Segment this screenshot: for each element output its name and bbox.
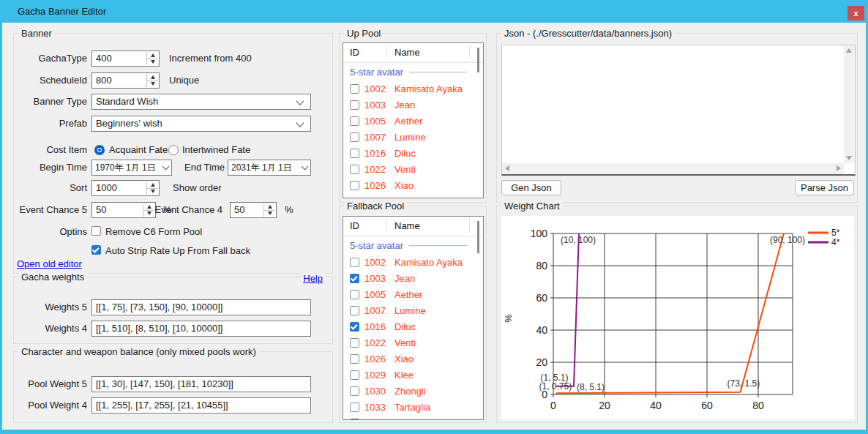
gacha-banner-editor-window: Gacha Banner Editor x Banner GachaType 4… [0, 0, 868, 434]
pool-row[interactable]: 1005Aether [343, 113, 483, 129]
row-checkbox[interactable] [350, 306, 359, 315]
pool-row[interactable]: 1016Diluc [343, 318, 483, 334]
row-checkbox[interactable] [350, 354, 359, 364]
pool-row[interactable]: 1003Jean [343, 97, 483, 113]
row-checkbox[interactable] [350, 165, 359, 174]
row-checkbox[interactable] [350, 132, 359, 142]
remove-c6-checkbox[interactable] [91, 226, 101, 236]
check-icon [351, 274, 358, 281]
end-time-picker[interactable]: 2031年 1月 1日 [228, 160, 311, 176]
row-checkbox[interactable] [350, 258, 359, 267]
event-chance-4-input[interactable]: 50 [230, 202, 277, 218]
section-label: 5-star avatar [350, 240, 403, 251]
auto-strip-checkbox[interactable] [91, 245, 101, 255]
gacha-type-value: 400 [96, 53, 112, 64]
row-name: Xiao [394, 180, 414, 191]
row-name: Zhongli [394, 386, 426, 397]
pool-row[interactable]: 1035Qiqi [343, 415, 483, 420]
json-vertical-scrollbar[interactable] [844, 45, 855, 163]
event-chance-4-unit: % [285, 204, 293, 215]
help-link[interactable]: Help [301, 273, 325, 284]
row-checkbox[interactable] [350, 290, 359, 299]
pool-row[interactable]: 1033Tartaglia [343, 399, 483, 415]
banner-type-select[interactable]: Standard Wish [91, 94, 311, 110]
row-checkbox[interactable] [350, 274, 359, 283]
event-chance-5-value: 50 [96, 204, 106, 215]
pool-row[interactable]: 1002Kamisato Ayaka [343, 254, 483, 270]
pool-row[interactable]: 1022Venti [343, 334, 483, 351]
json-textarea[interactable] [501, 45, 856, 176]
row-checkbox[interactable] [350, 370, 359, 380]
up-pool-group: Up Pool ID Name 5-star avatar 1002Kamisa… [339, 33, 487, 203]
intertwined-fate-radio[interactable] [168, 145, 179, 155]
row-checkbox[interactable] [350, 149, 359, 158]
up-pool-group-label: Up Pool [344, 28, 384, 39]
pool-weight-4-input[interactable]: [[1, 255], [17, 255], [21, 10455]] [91, 397, 311, 414]
check-icon [351, 322, 358, 329]
row-checkbox[interactable] [350, 338, 359, 348]
row-name: Venti [394, 164, 416, 175]
weight-chart: 020406080020406080100%(10, 100)(90, 100)… [501, 216, 854, 419]
close-button[interactable]: x [848, 6, 864, 20]
weights-4-input[interactable]: [[1, 510], [8, 510], [10, 10000]] [91, 321, 311, 337]
schedule-id-input[interactable]: 800 [91, 72, 160, 89]
pool-row[interactable]: 1007Lumine [343, 302, 483, 318]
section-line [409, 245, 467, 246]
column-separator [386, 218, 387, 233]
event-chance-4-stepper[interactable] [263, 203, 275, 217]
gen-json-button[interactable]: Gen Json [501, 180, 561, 195]
acquaint-fate-radio[interactable] [94, 145, 105, 155]
gacha-type-stepper[interactable] [146, 52, 158, 65]
sort-stepper[interactable] [146, 182, 158, 195]
weights-5-input[interactable]: [[1, 75], [73, 150], [90, 10000]] [91, 299, 311, 315]
spin-up-icon [268, 205, 272, 209]
prefab-select[interactable]: Beginners' wish [91, 116, 311, 132]
event-chance-4-label: Event Chance 4 [149, 204, 222, 215]
chevron-down-icon [162, 163, 170, 171]
row-checkbox[interactable] [350, 403, 359, 412]
row-checkbox[interactable] [350, 116, 359, 126]
row-checkbox[interactable] [350, 100, 359, 110]
chart-y-axis-label: % [503, 314, 514, 323]
parse-json-button[interactable]: Parse Json [795, 180, 854, 195]
pool-row[interactable]: 1003Jean [343, 270, 483, 286]
pool-row[interactable]: 1030Zhongli [343, 383, 483, 399]
pool-row[interactable]: 1016Diluc [343, 145, 483, 161]
title-bar[interactable]: Gacha Banner Editor x [0, 0, 868, 23]
gacha-type-input[interactable]: 400 [91, 50, 160, 67]
json-horizontal-scrollbar[interactable] [502, 163, 844, 174]
remove-c6-label: Remove C6 Form Pool [105, 226, 202, 237]
column-header-name[interactable]: Name [394, 220, 420, 231]
pool-row[interactable]: 1026Xiao [343, 177, 483, 193]
gacha-weights-group: Gacha weights Help Weights 5 [[1, 75], [… [13, 277, 333, 344]
event-chance-row: Event Chance 5 50 % Event Chance 4 50 % [14, 202, 334, 218]
pool-row[interactable]: 1026Xiao [343, 351, 483, 367]
cost-item-row: Cost Item Acquaint Fate Intertwined Fate [14, 142, 334, 158]
column-header-id[interactable]: ID [350, 47, 359, 58]
pool-weight-5-input[interactable]: [[1, 30], [147, 150], [181, 10230]] [91, 376, 311, 392]
fallback-pool-header: ID Name [343, 217, 483, 236]
row-checkbox[interactable] [350, 419, 359, 421]
pool-row[interactable]: 1002Kamisato Ayaka [343, 81, 483, 97]
pool-row[interactable]: 1029Klee [343, 367, 483, 383]
row-checkbox[interactable] [350, 181, 359, 190]
fallback-pool-scrollbar[interactable] [477, 221, 479, 253]
sort-input[interactable]: 1000 [91, 180, 160, 196]
row-name: Jean [394, 273, 415, 284]
row-checkbox[interactable] [350, 386, 359, 396]
pool-row[interactable]: 1007Lumine [343, 129, 483, 145]
event-chance-5-input[interactable]: 50 [91, 202, 156, 218]
pool-row[interactable]: 1022Venti [343, 161, 483, 177]
pool-row[interactable]: 1005Aether [343, 286, 483, 302]
spin-down-icon [268, 212, 272, 215]
open-old-editor-link[interactable]: Open old editor [17, 258, 82, 269]
row-name: Venti [394, 337, 416, 348]
schedule-id-stepper[interactable] [146, 74, 158, 87]
row-checkbox[interactable] [350, 322, 359, 332]
row-name: Xiao [394, 353, 414, 364]
up-pool-scrollbar[interactable] [477, 48, 479, 72]
row-checkbox[interactable] [350, 84, 359, 94]
column-header-id[interactable]: ID [350, 220, 359, 231]
begin-time-picker[interactable]: 1970年 1月 1日 [91, 160, 172, 176]
column-header-name[interactable]: Name [394, 47, 420, 58]
